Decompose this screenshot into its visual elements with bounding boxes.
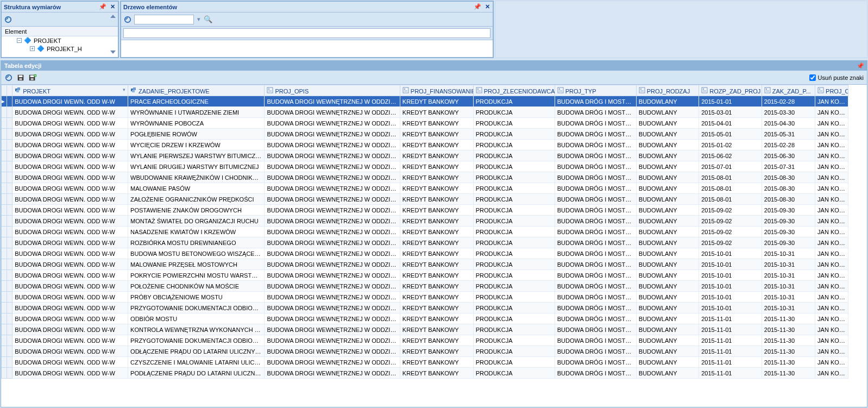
cell-rozp[interactable]: 2015-09-02 bbox=[699, 216, 762, 227]
table-row[interactable]: BUDOWA DROGI WEWN. ODD W-WODŁĄCZENIE PRĄ… bbox=[2, 346, 848, 357]
cell-rozp[interactable]: 2015-11-01 bbox=[699, 335, 762, 346]
cell-zadanie[interactable]: CZYSZCZENIE I MALOWANIE LATARNI ULICZNYC… bbox=[128, 357, 265, 368]
cell-fin[interactable]: KREDYT BANKOWY bbox=[400, 96, 473, 107]
row-selector[interactable] bbox=[7, 216, 12, 227]
cell-rozp[interactable]: 2015-11-01 bbox=[699, 346, 762, 357]
cell-rodzaj[interactable]: BUDOWLANY bbox=[636, 107, 699, 118]
cell-opis[interactable]: BUDOWA DROGI WEWNĘTRZNEJ W ODDZIALE ... bbox=[265, 150, 400, 161]
cell-rozp[interactable]: 2015-09-02 bbox=[699, 227, 762, 237]
cell-zadanie[interactable]: PRÓBY OBCIĄŻENIOWE MOSTU bbox=[128, 292, 265, 303]
cell-zak[interactable]: 2015-10-31 bbox=[762, 248, 815, 259]
table-row[interactable]: BUDOWA DROGI WEWN. ODD W-WZAŁOŻENIE OGRA… bbox=[2, 194, 848, 205]
cell-typ[interactable]: BUDOWA DRÓG I MOSTÓW bbox=[555, 129, 636, 140]
cell-rodzaj[interactable]: BUDOWLANY bbox=[636, 216, 699, 227]
cell-opis[interactable]: BUDOWA DROGI WEWNĘTRZNEJ W ODDZIALE ... bbox=[265, 259, 400, 270]
row-selector[interactable] bbox=[7, 96, 12, 107]
cell-zlec[interactable]: PRODUKCJA bbox=[473, 227, 555, 237]
cell-fin[interactable]: KREDYT BANKOWY bbox=[400, 259, 473, 270]
cell-projc[interactable]: JAN KOWAL bbox=[815, 118, 848, 129]
cell-rodzaj[interactable]: BUDOWLANY bbox=[636, 172, 699, 183]
cell-zak[interactable]: 2015-06-30 bbox=[762, 150, 815, 161]
cell-zadanie[interactable]: MALOWANIE PASÓW bbox=[128, 183, 265, 194]
cell-projekt[interactable]: BUDOWA DROGI WEWN. ODD W-W bbox=[12, 248, 128, 259]
cell-projekt[interactable]: BUDOWA DROGI WEWN. ODD W-W bbox=[12, 227, 128, 237]
cell-projc[interactable]: JAN KOWAL bbox=[815, 324, 848, 335]
table-row[interactable]: BUDOWA DROGI WEWN. ODD W-WCZYSZCZENIE I … bbox=[2, 357, 848, 368]
cell-rodzaj[interactable]: BUDOWLANY bbox=[636, 118, 699, 129]
cell-projc[interactable]: JAN KOWAL bbox=[815, 227, 848, 237]
cell-fin[interactable]: KREDYT BANKOWY bbox=[400, 129, 473, 140]
cell-opis[interactable]: BUDOWA DROGI WEWNĘTRZNEJ W ODDZIALE ... bbox=[265, 205, 400, 216]
cell-zadanie[interactable]: ODŁĄCZENIE PRĄDU OD LATARNI ULICZNYCH bbox=[128, 346, 265, 357]
binoculars-icon[interactable]: 🔍 bbox=[204, 15, 212, 24]
cell-zlec[interactable]: PRODUKCJA bbox=[473, 368, 555, 379]
cell-projc[interactable]: JAN KOWAL bbox=[815, 183, 848, 194]
row-selector[interactable] bbox=[2, 205, 7, 216]
cell-rozp[interactable]: 2015-08-01 bbox=[699, 183, 762, 194]
table-row[interactable]: BUDOWA DROGI WEWN. ODD W-WPOGŁĘBIENIE RO… bbox=[2, 129, 848, 140]
cell-zak[interactable]: 2015-09-30 bbox=[762, 237, 815, 248]
cell-fin[interactable]: KREDYT BANKOWY bbox=[400, 227, 473, 237]
cell-rozp[interactable]: 2015-10-01 bbox=[699, 303, 762, 313]
table-row[interactable]: BUDOWA DROGI WEWN. ODD W-WMALOWANIE PRZĘ… bbox=[2, 259, 848, 270]
row-selector[interactable] bbox=[2, 303, 7, 313]
cell-zlec[interactable]: PRODUKCJA bbox=[473, 324, 555, 335]
row-selector[interactable] bbox=[2, 346, 7, 357]
cell-fin[interactable]: KREDYT BANKOWY bbox=[400, 270, 473, 281]
row-selector[interactable] bbox=[7, 270, 12, 281]
table-row[interactable]: BUDOWA DROGI WEWN. ODD W-WPOSTAWIENIE ZN… bbox=[2, 205, 848, 216]
dropdown-icon[interactable]: ▾ bbox=[123, 87, 125, 92]
scroll-down-icon[interactable] bbox=[110, 51, 116, 54]
table-row[interactable]: BUDOWA DROGI WEWN. ODD W-WPRZYGOTOWANIE … bbox=[2, 335, 848, 346]
cell-opis[interactable]: BUDOWA DROGI WEWNĘTRZNEJ W ODDZIALE ... bbox=[265, 292, 400, 303]
pin-icon[interactable]: 📌 bbox=[99, 4, 106, 10]
cell-projekt[interactable]: BUDOWA DROGI WEWN. ODD W-W bbox=[12, 270, 128, 281]
cell-projc[interactable]: JAN KOWAL bbox=[815, 150, 848, 161]
column-header-fin[interactable]: PROJ_FINANSOWANIE bbox=[400, 85, 473, 96]
cell-zadanie[interactable]: ZAŁOŻENIE OGRANICZNIKÓW PRĘDKOŚCI bbox=[128, 194, 265, 205]
cell-rozp[interactable]: 2015-07-01 bbox=[699, 161, 762, 172]
row-selector[interactable] bbox=[7, 237, 12, 248]
save-icon[interactable] bbox=[16, 73, 25, 82]
row-selector[interactable] bbox=[2, 107, 7, 118]
cell-projc[interactable]: JAN KOWAL bbox=[815, 303, 848, 313]
row-selector[interactable] bbox=[7, 118, 12, 129]
cell-projc[interactable]: JAN KOWAL bbox=[815, 270, 848, 281]
row-selector[interactable] bbox=[2, 237, 7, 248]
refresh-icon[interactable] bbox=[4, 15, 12, 24]
table-row[interactable]: BUDOWA DROGI WEWN. ODD W-WNASADZENIE KWI… bbox=[2, 227, 848, 237]
cell-opis[interactable]: BUDOWA DROGI WEWNĘTRZNEJ W ODDZIALE ... bbox=[265, 96, 400, 107]
table-row[interactable]: BUDOWA DROGI WEWN. ODD W-WODBIÓR MOSTUBU… bbox=[2, 313, 848, 324]
cell-typ[interactable]: BUDOWA DRÓG I MOSTÓW bbox=[555, 161, 636, 172]
row-selector[interactable] bbox=[2, 216, 7, 227]
cell-rodzaj[interactable]: BUDOWLANY bbox=[636, 270, 699, 281]
cell-zak[interactable]: 2015-11-30 bbox=[762, 335, 815, 346]
table-row[interactable]: BUDOWA DROGI WEWN. ODD W-WPOKRYCIE POWIE… bbox=[2, 270, 848, 281]
cell-zak[interactable]: 2015-08-30 bbox=[762, 172, 815, 183]
cell-zlec[interactable]: PRODUKCJA bbox=[473, 346, 555, 357]
row-selector[interactable] bbox=[7, 107, 12, 118]
cell-rodzaj[interactable]: BUDOWLANY bbox=[636, 259, 699, 270]
cell-projekt[interactable]: BUDOWA DROGI WEWN. ODD W-W bbox=[12, 96, 128, 107]
remove-empty-checkbox[interactable] bbox=[809, 74, 816, 81]
cell-zadanie[interactable]: WBUDOWANIE KRAWĘŻNIKÓW I CHODNIKÓW bbox=[128, 172, 265, 183]
row-selector[interactable] bbox=[2, 172, 7, 183]
cell-rodzaj[interactable]: BUDOWLANY bbox=[636, 248, 699, 259]
row-selector[interactable] bbox=[7, 150, 12, 161]
table-row[interactable]: BUDOWA DROGI WEWN. ODD W-WKONTROLA WEWNĘ… bbox=[2, 324, 848, 335]
row-selector[interactable] bbox=[7, 259, 12, 270]
cell-opis[interactable]: BUDOWA DROGI WEWNĘTRZNEJ W ODDZIALE ... bbox=[265, 281, 400, 292]
row-selector[interactable] bbox=[7, 129, 12, 140]
cell-zadanie[interactable]: WYCIĘCIE DRZEW I KRZEWÓW bbox=[128, 140, 265, 150]
cell-projekt[interactable]: BUDOWA DROGI WEWN. ODD W-W bbox=[12, 368, 128, 379]
cell-zlec[interactable]: PRODUKCJA bbox=[473, 107, 555, 118]
cell-projc[interactable]: JAN KOWAL bbox=[815, 335, 848, 346]
row-selector[interactable] bbox=[2, 227, 7, 237]
cell-fin[interactable]: KREDYT BANKOWY bbox=[400, 216, 473, 227]
cell-opis[interactable]: BUDOWA DROGI WEWNĘTRZNEJ W ODDZIALE ... bbox=[265, 140, 400, 150]
cell-zlec[interactable]: PRODUKCJA bbox=[473, 292, 555, 303]
cell-projc[interactable]: JAN KOWAL bbox=[815, 172, 848, 183]
close-icon[interactable]: ✕ bbox=[484, 4, 490, 10]
row-selector[interactable] bbox=[7, 292, 12, 303]
cell-zlec[interactable]: PRODUKCJA bbox=[473, 140, 555, 150]
